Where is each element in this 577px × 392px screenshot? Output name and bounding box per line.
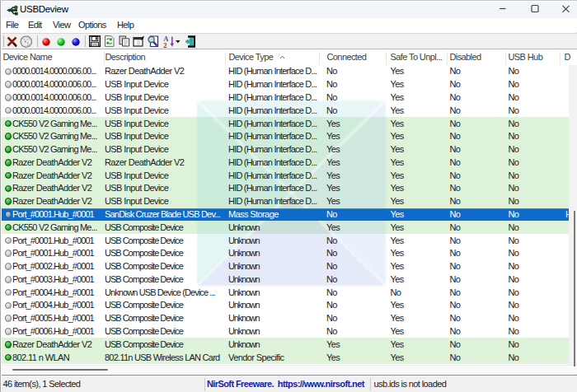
svg-text:2: 2 (163, 41, 167, 48)
